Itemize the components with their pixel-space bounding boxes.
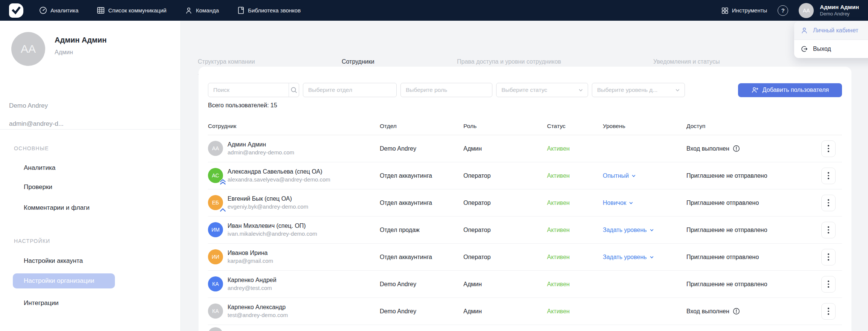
sidebar-item-checks[interactable]: Проверки <box>24 183 52 191</box>
access-status: Приглашение не отправлено <box>686 281 767 288</box>
row-menu-button[interactable] <box>821 222 836 238</box>
table-row: АА Админ Админ admin@andrey-demo.com <box>208 135 842 162</box>
nav-item-analytics[interactable]: Аналитика <box>39 6 78 14</box>
employee-name: Админ Админ <box>228 141 294 149</box>
status-badge: Активен <box>547 254 603 261</box>
tab-employees[interactable]: Сотрудники <box>342 58 374 65</box>
level-link[interactable]: Задать уровень <box>603 227 654 233</box>
row-menu-button[interactable] <box>821 195 836 211</box>
person-icon <box>185 7 193 14</box>
chevron-down-icon <box>631 174 636 178</box>
nav-item-label: Аналитика <box>50 7 78 14</box>
role-cell: Админ <box>463 308 547 315</box>
role-cell: Оператор <box>463 227 547 233</box>
row-menu-button[interactable] <box>821 276 836 293</box>
org-name: Demo Andrey <box>9 102 48 110</box>
employee-name: Евгений Бык (спец ОА) <box>228 195 308 203</box>
menu-item-personal-cabinet[interactable]: Личный кабинет <box>794 21 868 40</box>
status-select[interactable]: Выберите статус <box>496 83 588 97</box>
sidebar-item-account-settings[interactable]: Настройки аккаунта <box>24 257 83 265</box>
col-header-status: Статус <box>547 123 603 130</box>
sidebar-section-main: ОСНОВНЫЕ <box>14 145 49 151</box>
row-menu-button[interactable] <box>821 249 836 265</box>
nav-item-team[interactable]: Команда <box>185 7 219 14</box>
sidebar-item-analytics[interactable]: Аналитика <box>24 164 55 172</box>
department-cell: Отдел аккаунтинга <box>380 200 463 206</box>
level-label: Задать уровень <box>603 227 647 233</box>
department-cell: Отдел аккаунтинга <box>380 172 463 179</box>
sidebar-item-integrations[interactable]: Интеграции <box>24 299 59 307</box>
level-link[interactable]: Новичок <box>603 200 633 206</box>
gauge-icon <box>39 6 47 14</box>
avatar-initials: ЕБ <box>212 200 219 206</box>
tab-access-rights[interactable]: Права доступа и уровни сотрудников <box>457 58 561 65</box>
chevron-down-icon <box>675 88 680 93</box>
person-icon <box>801 27 808 34</box>
department-cell: Demo Andrey <box>380 145 463 152</box>
table-icon <box>97 6 105 14</box>
user-org: Demo Andrey <box>820 11 859 17</box>
role-cell: Оператор <box>463 200 547 206</box>
avatar-initials: КА <box>212 308 219 314</box>
nav-item-label: Инструменты <box>732 7 767 14</box>
sidebar-item-org-settings[interactable]: Настройки организации <box>13 273 115 288</box>
status-badge: Активен <box>547 227 603 233</box>
level-expert-badge-icon <box>219 178 226 185</box>
chevron-down-icon <box>629 201 633 205</box>
avatar-initials: КА <box>212 281 219 287</box>
access-status: Приглашение не отправлено <box>686 172 767 179</box>
role-select[interactable]: Выберите роль <box>400 83 492 97</box>
nav-item-tools[interactable]: Инструменты <box>721 7 767 14</box>
help-icon[interactable]: ? <box>778 5 788 16</box>
info-icon[interactable] <box>733 145 740 152</box>
search-box <box>208 83 299 97</box>
app-logo[interactable] <box>9 3 23 18</box>
info-icon[interactable] <box>733 308 740 315</box>
grid-icon <box>721 7 729 14</box>
department-cell: Отдел аккаунтинга <box>380 254 463 261</box>
table-row: КА Карпенко Андрей andrey@test.com <box>208 271 842 298</box>
level-select[interactable]: Выберите уровень д... <box>592 83 685 97</box>
chevron-down-icon <box>649 255 654 259</box>
employees-card: Выберите отдел Выберите роль Выберите ст… <box>199 67 851 331</box>
row-menu-button[interactable] <box>821 303 836 320</box>
avatar: ИИ <box>208 249 223 264</box>
menu-item-logout[interactable]: Выход <box>794 40 868 58</box>
tab-notifications-statuses[interactable]: Уведомления и статусы <box>653 58 720 65</box>
level-link[interactable]: Задать уровень <box>603 254 654 261</box>
avatar-initials: АС <box>212 172 219 178</box>
employee-email: ivan.mikalevich@andrey-demo.com <box>228 230 317 238</box>
status-badge: Активен <box>547 200 603 206</box>
add-user-label: Добавить пользователя <box>763 87 829 93</box>
search-icon[interactable] <box>289 87 299 93</box>
employee-email: andrey@test.com <box>228 284 277 292</box>
employee-email: admin@andrey-demo.com <box>228 149 294 156</box>
row-menu-button[interactable] <box>821 140 836 157</box>
table-row: ИМ Иван Михалевич (спец. ОП) ivan.mikale… <box>208 217 842 244</box>
menu-item-label: Выход <box>813 46 831 52</box>
select-placeholder: Выберите уровень д... <box>597 87 657 93</box>
tab-company-structure[interactable]: Структура компании <box>198 58 255 65</box>
role-cell: Оператор <box>463 172 547 179</box>
user-menu-trigger[interactable]: АА Админ Админ Demo Andrey <box>799 3 859 18</box>
add-user-button[interactable]: Добавить пользователя <box>738 83 842 97</box>
search-input[interactable] <box>208 83 289 97</box>
employee-name: Александра Савельева (спец ОА) <box>228 168 330 176</box>
level-link[interactable]: Опытный <box>603 172 636 179</box>
nav-item-communications[interactable]: Список коммуникаций <box>97 6 167 14</box>
avatar: ЕБ <box>208 195 223 210</box>
chevron-down-icon <box>578 88 583 93</box>
role-cell: Админ <box>463 281 547 288</box>
department-select[interactable]: Выберите отдел <box>303 83 397 97</box>
avatar: АА <box>208 141 223 156</box>
user-name: Админ Админ <box>820 4 859 11</box>
nav-item-call-library[interactable]: Библиотека звонков <box>237 6 301 14</box>
row-menu-button[interactable] <box>821 168 836 184</box>
checkmark-icon <box>11 6 21 15</box>
employee-email: evgeniy.byk@andrey-demo.com <box>228 203 308 210</box>
sidebar-item-comments-flags[interactable]: Комментарии и флаги <box>24 204 90 212</box>
department-cell: Demo Andrey <box>380 281 463 288</box>
avatar: АС <box>208 168 223 183</box>
nav-item-label: Библиотека звонков <box>248 7 301 14</box>
avatar-initials: ИМ <box>211 227 220 233</box>
